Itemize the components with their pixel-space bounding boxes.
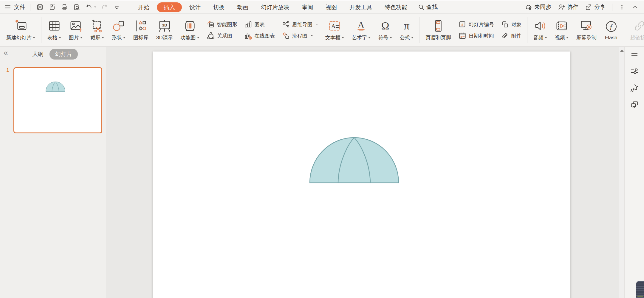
- slide-panel: « 大纲 幻灯片 1: [0, 47, 106, 298]
- print-preview-icon: [73, 4, 80, 11]
- tab-design[interactable]: 设计: [184, 1, 206, 13]
- mind-map-button[interactable]: 思维导图: [282, 21, 318, 28]
- picture-icon: [69, 19, 83, 33]
- print-preview-button[interactable]: [73, 4, 80, 11]
- print-icon: [61, 4, 68, 11]
- tab-dev-tools[interactable]: 开发工具: [344, 1, 377, 13]
- menu-icon: [4, 4, 11, 11]
- icon-library-button[interactable]: 图标库: [129, 14, 152, 46]
- scroll-up-icon[interactable]: [620, 49, 624, 52]
- tab-slides[interactable]: 幻灯片: [49, 49, 78, 60]
- relation-diagram-button[interactable]: 关系图: [207, 32, 237, 40]
- flowchart-button[interactable]: 流程图: [282, 32, 318, 40]
- video-button[interactable]: 视频: [551, 14, 572, 46]
- undo-button[interactable]: [85, 4, 96, 11]
- tab-slideshow[interactable]: 幻灯片放映: [256, 1, 294, 13]
- collapse-ribbon-icon[interactable]: [631, 4, 639, 11]
- collaborate-button[interactable]: 协作: [558, 3, 578, 11]
- screenshot-button[interactable]: 截屏: [86, 14, 108, 46]
- slide-thumbnail-wrap: 1: [13, 67, 102, 133]
- collaborate-icon: [558, 4, 565, 11]
- hyperlink-label: 超链接: [630, 34, 644, 41]
- smart-graphics-button[interactable]: 智能图形: [207, 21, 237, 28]
- dropdown-arrow-icon: [123, 37, 126, 38]
- 3d-presentation-label: 3D演示: [156, 34, 173, 41]
- svg-text:#: #: [461, 23, 463, 27]
- ribbon-tabs: 开始 插入 设计 切换 动画 幻灯片放映 审阅 视图 开发工具 特色功能: [133, 1, 412, 13]
- dropdown-arrow-icon: [411, 37, 414, 38]
- object-properties-icon[interactable]: [630, 67, 639, 76]
- file-menu[interactable]: 文件: [0, 3, 30, 11]
- slide-number-label: 1: [6, 67, 9, 73]
- canvas-scrollbar[interactable]: [619, 47, 624, 298]
- diagram-stack-2: 图表 在线图表: [241, 21, 278, 40]
- dropdown-arrow-icon: [311, 35, 313, 36]
- editing-workspace: [106, 47, 619, 298]
- attachment-button[interactable]: 附件: [501, 32, 521, 40]
- find-button[interactable]: 查找: [418, 3, 438, 11]
- share-button[interactable]: 分享: [585, 3, 606, 11]
- quick-access-more-icon: [113, 4, 120, 11]
- tab-insert[interactable]: 插入: [157, 2, 182, 12]
- shapes-button[interactable]: 形状: [108, 14, 129, 46]
- customize-quick-access-button[interactable]: [113, 4, 120, 11]
- 3d-presentation-button[interactable]: 3D 3D演示: [152, 14, 177, 46]
- slide-thumbnail-1[interactable]: [13, 67, 102, 133]
- function-diagram-button[interactable]: 功能图: [177, 14, 203, 46]
- panel-drag-handle[interactable]: [630, 50, 639, 59]
- ribbon-insert: 新建幻灯片 表格 图片 截屏: [0, 14, 644, 47]
- redo-icon: [101, 4, 108, 11]
- dropdown-arrow-icon: [102, 37, 104, 38]
- collapse-sidebar-icon[interactable]: «: [4, 49, 8, 57]
- screen-record-button[interactable]: 屏幕录制: [572, 14, 600, 46]
- dome-shape-thumbnail: [46, 82, 65, 92]
- date-time-button[interactable]: 日期和时间: [459, 32, 494, 40]
- flowchart-label: 流程图: [292, 32, 307, 39]
- more-vertical-icon[interactable]: [619, 4, 625, 11]
- picture-button[interactable]: 图片: [65, 14, 86, 46]
- diagram-stack-3: 思维导图 流程图: [278, 21, 321, 40]
- tab-animation[interactable]: 动画: [232, 1, 253, 13]
- text-box-button[interactable]: A 文本框: [321, 14, 348, 46]
- tab-review[interactable]: 审阅: [297, 1, 318, 13]
- print-button[interactable]: [61, 4, 68, 11]
- header-footer-icon: [431, 19, 445, 33]
- flash-button[interactable]: ƒ Flash: [600, 14, 622, 46]
- slide-switch-icon[interactable]: [630, 100, 639, 109]
- slide-number-button[interactable]: # 幻灯片编号: [459, 21, 494, 28]
- share-icon: [585, 4, 592, 11]
- background-window-peek: [636, 281, 644, 298]
- svg-text:3D: 3D: [162, 23, 167, 27]
- symbol-button[interactable]: Ω 符号: [374, 14, 396, 46]
- online-chart-button[interactable]: 在线图表: [244, 32, 275, 40]
- animation-star-icon[interactable]: [630, 83, 639, 92]
- tab-home[interactable]: 开始: [133, 1, 154, 13]
- screen-record-icon: [580, 19, 593, 33]
- dome-shape[interactable]: [309, 137, 399, 184]
- date-time-label: 日期和时间: [469, 32, 494, 39]
- sync-status[interactable]: 未同步: [525, 3, 551, 11]
- dropdown-arrow-icon: [33, 37, 35, 38]
- word-art-button[interactable]: A 艺术字: [348, 14, 374, 46]
- redo-button[interactable]: [101, 4, 108, 11]
- tab-special-features[interactable]: 特色功能: [380, 1, 412, 13]
- flash-icon: ƒ: [604, 20, 618, 33]
- table-button[interactable]: 表格: [44, 14, 65, 46]
- tab-transition[interactable]: 切换: [208, 1, 230, 13]
- formula-button[interactable]: π 公式: [396, 14, 417, 46]
- export-button[interactable]: [49, 4, 56, 11]
- chart-label: 图表: [255, 21, 265, 28]
- chart-button[interactable]: 图表: [244, 21, 275, 28]
- flash-label: Flash: [605, 35, 617, 41]
- object-button[interactable]: 对象: [501, 21, 521, 28]
- function-diagram-label: 功能图: [181, 34, 196, 41]
- flowchart-icon: [282, 32, 290, 40]
- header-footer-button[interactable]: 页眉和页脚: [422, 14, 455, 46]
- slide-canvas[interactable]: [153, 52, 570, 298]
- audio-button[interactable]: 音频: [530, 14, 551, 46]
- tab-outline[interactable]: 大纲: [28, 49, 48, 60]
- save-button[interactable]: [36, 4, 44, 11]
- tab-view[interactable]: 视图: [321, 1, 342, 13]
- date-time-icon: [459, 32, 466, 40]
- new-slide-button[interactable]: 新建幻灯片: [2, 14, 39, 46]
